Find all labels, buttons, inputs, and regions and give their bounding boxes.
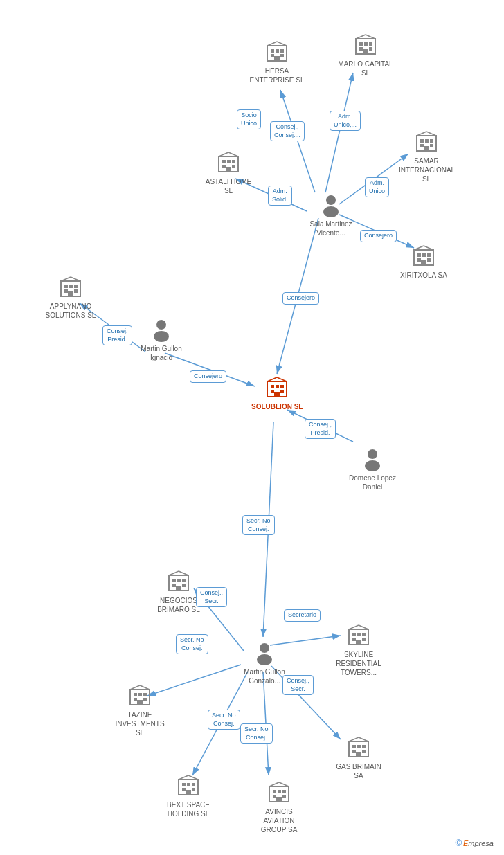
svg-point-139 bbox=[365, 460, 380, 471]
marlo-node[interactable]: MARLO CAPITAL SL bbox=[338, 31, 393, 78]
astali-icon bbox=[215, 149, 242, 175]
martin-ignacio-node[interactable]: Martin Gullon Ignacio bbox=[134, 317, 189, 362]
svg-line-2 bbox=[325, 73, 353, 192]
avincis-node[interactable]: AVINCIS AVIATION GROUP SA bbox=[251, 779, 307, 834]
svg-rect-29 bbox=[369, 42, 372, 46]
svg-rect-108 bbox=[352, 745, 356, 748]
svg-rect-68 bbox=[68, 291, 73, 296]
tazine-label: TAZINE INVESTMENTS SL bbox=[112, 710, 168, 737]
svg-point-134 bbox=[326, 195, 336, 205]
badge-consej-presid-2: Consej.,Presid. bbox=[305, 419, 336, 439]
svg-rect-76 bbox=[280, 390, 284, 393]
badge-secr-no-consej-2: Secr. NoConsej. bbox=[176, 634, 208, 654]
badge-adm-unico-1: Adm.Unico,... bbox=[330, 111, 361, 131]
domene-icon bbox=[360, 447, 385, 471]
domene-node[interactable]: Domene Lopez Daniel bbox=[345, 447, 400, 492]
svg-rect-81 bbox=[172, 579, 176, 582]
astali-node[interactable]: ASTALI HOME SL bbox=[201, 149, 256, 195]
bext-node[interactable]: BEXT SPACE HOLDING SL bbox=[161, 772, 216, 818]
svg-rect-90 bbox=[352, 633, 356, 636]
skyline-icon bbox=[345, 622, 372, 648]
svg-rect-22 bbox=[280, 54, 284, 57]
skyline-node[interactable]: SKYLINE RESIDENTIAL TOWERS... bbox=[331, 622, 386, 677]
svg-rect-45 bbox=[420, 139, 424, 143]
svg-rect-104 bbox=[137, 700, 143, 705]
xiritxola-label: XIRITXOLA SA bbox=[400, 271, 447, 280]
svg-rect-91 bbox=[357, 633, 361, 636]
svg-rect-101 bbox=[143, 693, 147, 696]
badge-secretario: Secretario bbox=[284, 609, 321, 622]
svg-rect-27 bbox=[359, 42, 363, 46]
skyline-label: SKYLINE RESIDENTIAL TOWERS... bbox=[331, 650, 386, 677]
svg-rect-75 bbox=[271, 390, 274, 393]
tazine-icon bbox=[127, 682, 153, 708]
copyright-symbol: © bbox=[455, 838, 462, 848]
badge-adm-solid: Adm.Solid. bbox=[268, 186, 292, 206]
martin-gonzalo-icon bbox=[252, 640, 277, 665]
svg-rect-18 bbox=[271, 49, 274, 53]
svg-rect-73 bbox=[276, 385, 279, 388]
svg-rect-103 bbox=[143, 698, 147, 701]
svg-rect-36 bbox=[222, 160, 226, 163]
gasbrimain-icon bbox=[345, 734, 372, 760]
svg-rect-65 bbox=[74, 285, 78, 288]
svg-rect-31 bbox=[369, 47, 372, 51]
badge-adm-unico-2: Adm.Unico bbox=[365, 177, 389, 197]
samar-node[interactable]: SAMAR INTERNACIONAL SL bbox=[399, 128, 454, 183]
svg-rect-113 bbox=[356, 752, 361, 757]
badge-secr-no-consej-3: Secr. NoConsej. bbox=[208, 710, 240, 730]
svg-rect-93 bbox=[352, 638, 356, 641]
astali-label: ASTALI HOME SL bbox=[201, 177, 256, 195]
badge-consejero-3: Consejero bbox=[190, 370, 226, 383]
svg-rect-63 bbox=[64, 285, 68, 288]
applynano-label: APPLYNANO SOLUTIONS SL bbox=[43, 302, 98, 320]
svg-rect-82 bbox=[177, 579, 181, 582]
diagram: HERSA ENTERPRISE SL MARLO CAPITAL SL AST… bbox=[0, 0, 504, 855]
svg-rect-28 bbox=[364, 42, 368, 46]
xiritxola-node[interactable]: XIRITXOLA SA bbox=[400, 242, 447, 280]
badge-secr-no-consej-4: Secr. NoConsej. bbox=[240, 723, 273, 744]
solublion-node[interactable]: SOLUBLION SL bbox=[251, 374, 303, 411]
svg-point-140 bbox=[260, 643, 269, 653]
logo: © Empresa bbox=[455, 838, 494, 848]
svg-rect-126 bbox=[273, 790, 276, 793]
svg-rect-59 bbox=[421, 260, 426, 265]
hersa-icon bbox=[264, 38, 290, 64]
svg-rect-102 bbox=[134, 698, 137, 701]
gasbrimain-node[interactable]: GAS BRIMAIN SA bbox=[331, 734, 386, 780]
svg-rect-117 bbox=[182, 783, 186, 786]
badge-consejero-1: Consejero bbox=[360, 230, 397, 242]
svg-rect-55 bbox=[422, 253, 426, 257]
svg-rect-64 bbox=[69, 285, 73, 288]
sala-node[interactable]: Sala Martinez Vicente... bbox=[303, 192, 359, 237]
svg-point-136 bbox=[156, 320, 166, 330]
badge-consej-presid-1: Consej.Presid. bbox=[102, 325, 132, 345]
brand-name: Empresa bbox=[463, 839, 494, 847]
svg-rect-39 bbox=[222, 165, 226, 168]
avincis-icon bbox=[266, 779, 292, 805]
badge-consejero-2: Consejero bbox=[282, 292, 319, 305]
bext-icon bbox=[175, 772, 201, 798]
applynano-icon bbox=[57, 273, 84, 300]
svg-rect-130 bbox=[282, 795, 286, 798]
svg-rect-37 bbox=[227, 160, 231, 163]
avincis-label: AVINCIS AVIATION GROUP SA bbox=[251, 807, 307, 834]
hersa-label: HERSA ENTERPRISE SL bbox=[249, 66, 305, 84]
gasbrimain-label: GAS BRIMAIN SA bbox=[331, 762, 386, 780]
sala-person-icon bbox=[318, 192, 343, 217]
svg-rect-99 bbox=[134, 693, 137, 696]
tazine-node[interactable]: TAZINE INVESTMENTS SL bbox=[112, 682, 168, 737]
bext-label: BEXT SPACE HOLDING SL bbox=[161, 800, 216, 818]
svg-rect-94 bbox=[362, 638, 366, 641]
svg-point-135 bbox=[323, 206, 339, 217]
svg-rect-74 bbox=[280, 385, 284, 388]
svg-rect-122 bbox=[186, 790, 191, 795]
svg-rect-127 bbox=[278, 790, 281, 793]
svg-rect-109 bbox=[357, 745, 361, 748]
svg-rect-129 bbox=[273, 795, 276, 798]
svg-rect-119 bbox=[192, 783, 195, 786]
applynano-node[interactable]: APPLYNANO SOLUTIONS SL bbox=[43, 273, 98, 320]
svg-rect-56 bbox=[427, 253, 431, 257]
negocios-icon bbox=[165, 568, 192, 594]
hersa-node[interactable]: HERSA ENTERPRISE SL bbox=[249, 38, 305, 84]
